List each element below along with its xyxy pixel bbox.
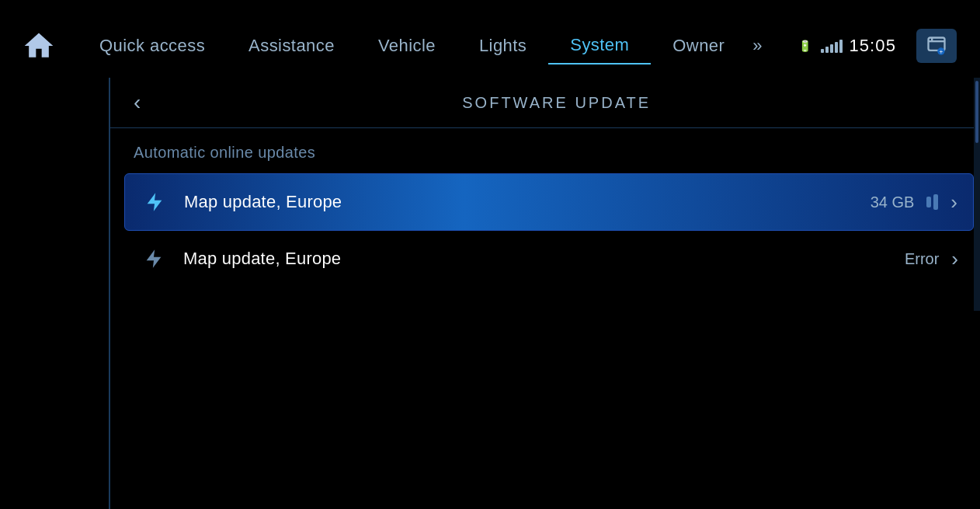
page-title: SOFTWARE UPDATE xyxy=(156,94,957,112)
chevron-right-icon: › xyxy=(951,247,958,271)
signal-icon xyxy=(821,39,843,53)
item-size: 34 GB xyxy=(871,193,915,211)
back-button[interactable]: ‹ xyxy=(134,92,156,113)
battery-icon: 🔋 xyxy=(798,40,811,52)
item-status: Error xyxy=(905,250,939,268)
notification-button[interactable]: + xyxy=(916,29,957,63)
tab-vehicle[interactable]: Vehicle xyxy=(356,28,457,64)
svg-marker-5 xyxy=(148,193,162,211)
home-button[interactable] xyxy=(16,23,62,69)
svg-text:+: + xyxy=(939,49,943,56)
list-item[interactable]: Map update, Europe Error › xyxy=(124,231,974,287)
lightning-icon xyxy=(143,248,165,270)
status-bar: 🔋 15:05 + xyxy=(798,29,964,63)
list-section: Map update, Europe 34 GB › Map update, E… xyxy=(110,173,980,287)
svg-marker-6 xyxy=(147,249,162,267)
content-area: ‹ SOFTWARE UPDATE Automatic online updat… xyxy=(110,78,980,509)
sub-header: ‹ SOFTWARE UPDATE xyxy=(110,78,980,128)
home-icon xyxy=(22,29,56,63)
tab-system[interactable]: System xyxy=(548,27,651,64)
scrollbar-track[interactable] xyxy=(974,78,980,311)
main-content: ‹ SOFTWARE UPDATE Automatic online updat… xyxy=(0,78,980,509)
download-progress-icon xyxy=(926,194,938,210)
item-label: Map update, Europe xyxy=(183,249,905,269)
nav-more-button[interactable]: » xyxy=(746,28,768,64)
scrollbar-thumb[interactable] xyxy=(975,81,978,143)
nav-tabs: Quick access Assistance Vehicle Lights S… xyxy=(78,27,798,64)
update-error-icon xyxy=(140,245,168,273)
update-download-icon xyxy=(141,188,169,216)
notification-icon: + xyxy=(926,35,947,57)
section-label: Automatic online updates xyxy=(110,128,980,173)
item-label: Map update, Europe xyxy=(184,192,871,212)
tab-owner[interactable]: Owner xyxy=(651,28,746,64)
time-display: 15:05 xyxy=(849,36,896,56)
tab-quick-access[interactable]: Quick access xyxy=(78,28,227,64)
list-item[interactable]: Map update, Europe 34 GB › xyxy=(124,173,974,231)
tab-lights[interactable]: Lights xyxy=(457,28,548,64)
chevron-right-icon: › xyxy=(950,190,957,214)
header: Quick access Assistance Vehicle Lights S… xyxy=(0,0,980,78)
tab-assistance[interactable]: Assistance xyxy=(227,28,356,64)
lightning-icon xyxy=(144,191,165,213)
